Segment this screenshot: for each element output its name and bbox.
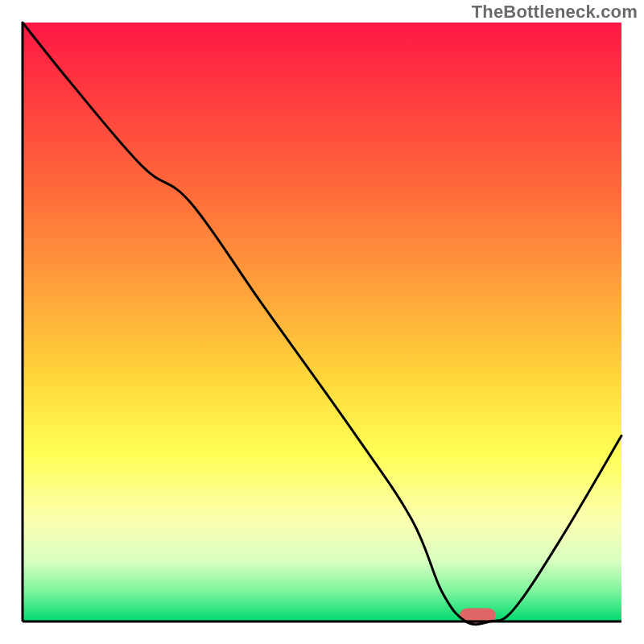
chart-container: TheBottleneck.com	[0, 0, 644, 644]
plot-background	[23, 23, 621, 621]
bottleneck-chart	[0, 0, 644, 644]
watermark-text: TheBottleneck.com	[472, 2, 638, 23]
